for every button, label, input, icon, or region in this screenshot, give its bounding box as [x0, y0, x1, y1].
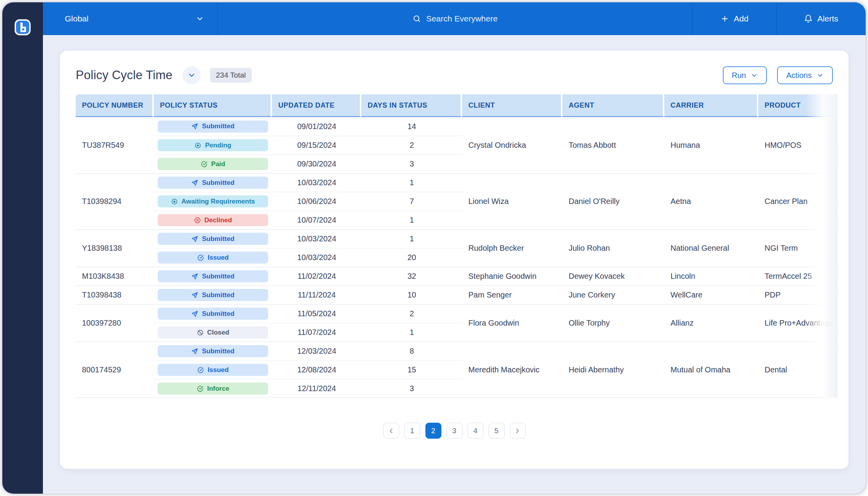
- check-circle-icon: [197, 367, 204, 374]
- table-row[interactable]: T10398294Submitted10/03/20241Lionel Wiza…: [76, 173, 838, 192]
- days-in-status-cell: 1: [361, 323, 462, 342]
- product-cell: Dental: [758, 342, 838, 398]
- updated-date-cell: 09/30/2024: [272, 154, 361, 173]
- client-cell: Pam Senger: [462, 285, 562, 304]
- days-in-status-cell: 3: [361, 379, 462, 398]
- column-header[interactable]: POLICY NUMBER: [76, 94, 154, 117]
- client-cell: Stephanie Goodwin: [462, 267, 562, 285]
- send-icon: [191, 292, 198, 299]
- days-in-status-cell: 1: [361, 173, 462, 192]
- actions-button[interactable]: Actions: [777, 66, 833, 84]
- global-scope-label: Global: [65, 14, 89, 23]
- updated-date-cell: 12/03/2024: [272, 342, 361, 360]
- previous-page-button[interactable]: [383, 423, 399, 439]
- status-label: Issued: [208, 366, 229, 374]
- table-row[interactable]: 100397280Submitted11/05/20242Flora Goodw…: [76, 304, 838, 323]
- carrier-cell: National General: [664, 229, 758, 267]
- carrier-cell: Allianz: [664, 304, 758, 342]
- column-header[interactable]: AGENT: [562, 94, 664, 117]
- send-icon: [191, 123, 198, 130]
- bell-icon: [804, 14, 813, 23]
- table-row[interactable]: M103K8438Submitted11/02/202432Stephanie …: [76, 267, 838, 285]
- column-header[interactable]: DAYS IN STATUS: [361, 94, 462, 117]
- days-in-status-cell: 14: [361, 117, 462, 136]
- policy-status-cell: Awaiting Requirements: [154, 192, 272, 211]
- table-row[interactable]: 800174529Submitted12/03/20248Meredith Ma…: [76, 342, 838, 360]
- status-label: Declined: [205, 216, 232, 224]
- days-in-status-cell: 15: [361, 360, 462, 379]
- alerts-label: Alerts: [817, 14, 838, 23]
- table-row[interactable]: T10398438Submitted11/11/202410Pam Senger…: [76, 285, 838, 304]
- policy-number-cell: 100397280: [76, 304, 154, 342]
- column-header[interactable]: POLICY STATUS: [154, 94, 272, 117]
- chevron-down-icon: [751, 72, 758, 79]
- page-number-button[interactable]: 4: [468, 423, 484, 439]
- search-input[interactable]: Search Everywhere: [218, 2, 692, 35]
- add-button[interactable]: Add: [692, 2, 776, 35]
- policy-table-wrap: POLICY NUMBERPOLICY STATUSUPDATED DATEDA…: [76, 94, 838, 398]
- page-number-button[interactable]: 5: [489, 423, 505, 439]
- updated-date-cell: 10/07/2024: [272, 211, 361, 229]
- policy-status-cell: Submitted: [154, 304, 272, 323]
- client-cell: Lionel Wiza: [462, 173, 562, 229]
- column-header[interactable]: CLIENT: [462, 94, 562, 117]
- agent-cell: Dewey Kovacek: [562, 267, 664, 285]
- days-in-status-cell: 3: [361, 154, 462, 173]
- status-label: Inforce: [207, 385, 229, 393]
- agent-cell: Tomas Abbott: [562, 117, 664, 173]
- alerts-button[interactable]: Alerts: [776, 2, 866, 35]
- status-badge: Submitted: [158, 120, 268, 133]
- days-in-status-cell: 8: [361, 342, 462, 360]
- status-badge: Submitted: [158, 289, 268, 301]
- search-placeholder: Search Everywhere: [426, 14, 498, 23]
- table-row[interactable]: Y18398138Submitted10/03/20241Rudolph Bec…: [76, 229, 838, 248]
- run-button[interactable]: Run: [723, 66, 767, 84]
- column-header[interactable]: UPDATED DATE: [272, 94, 361, 117]
- chevron-down-icon: [816, 72, 824, 79]
- add-label: Add: [734, 14, 748, 23]
- report-header: Policy Cycle Time 234 Total Run Actions: [60, 51, 848, 84]
- page-number-button[interactable]: 1: [404, 423, 420, 439]
- plus-icon: [720, 14, 729, 23]
- table-row[interactable]: TU387R549Submitted09/01/202414Crystal On…: [76, 117, 838, 136]
- global-scope-dropdown[interactable]: Global: [43, 2, 218, 35]
- status-label: Submitted: [202, 347, 234, 355]
- policy-status-cell: Submitted: [154, 342, 272, 360]
- policy-number-cell: T10398438: [76, 285, 154, 304]
- carrier-cell: Lincoln: [664, 267, 758, 285]
- status-label: Submitted: [202, 273, 234, 280]
- column-header[interactable]: CARRIER: [664, 94, 758, 117]
- updated-date-cell: 11/07/2024: [272, 323, 361, 342]
- days-in-status-cell: 2: [361, 136, 462, 154]
- record-icon: [171, 198, 178, 205]
- policy-table: POLICY NUMBERPOLICY STATUSUPDATED DATEDA…: [76, 94, 838, 398]
- send-icon: [191, 310, 198, 317]
- updated-date-cell: 11/02/2024: [272, 267, 361, 285]
- status-badge: Submitted: [158, 233, 268, 245]
- updated-date-cell: 11/05/2024: [272, 304, 361, 323]
- next-page-button[interactable]: [510, 423, 526, 439]
- carrier-cell: Mutual of Omaha: [664, 342, 758, 398]
- policy-status-cell: Issued: [154, 360, 272, 379]
- days-in-status-cell: 32: [361, 267, 462, 285]
- send-icon: [191, 273, 198, 280]
- agent-cell: Heidi Abernathy: [562, 342, 664, 398]
- agent-cell: Daniel O'Reilly: [562, 173, 664, 229]
- app-logo-icon[interactable]: [14, 18, 32, 36]
- policy-status-cell: Pending: [154, 136, 272, 154]
- page-number-button[interactable]: 2: [425, 423, 441, 439]
- product-cell: Life Pro+Advantage: [758, 304, 838, 342]
- status-badge: Closed: [158, 326, 268, 338]
- status-label: Paid: [211, 160, 225, 168]
- page-number-button[interactable]: 3: [446, 423, 462, 439]
- report-picker-button[interactable]: [183, 66, 201, 84]
- policy-status-cell: Submitted: [154, 117, 272, 136]
- slash-circle-icon: [197, 329, 204, 336]
- topbar: Global Search Everywhere Add Alerts: [43, 2, 866, 35]
- days-in-status-cell: 7: [361, 192, 462, 211]
- updated-date-cell: 12/11/2024: [272, 379, 361, 398]
- previous-page-icon: [387, 427, 395, 435]
- status-badge: Submitted: [158, 270, 268, 282]
- policy-number-cell: T10398294: [76, 173, 154, 229]
- column-header[interactable]: PRODUCT: [758, 94, 838, 117]
